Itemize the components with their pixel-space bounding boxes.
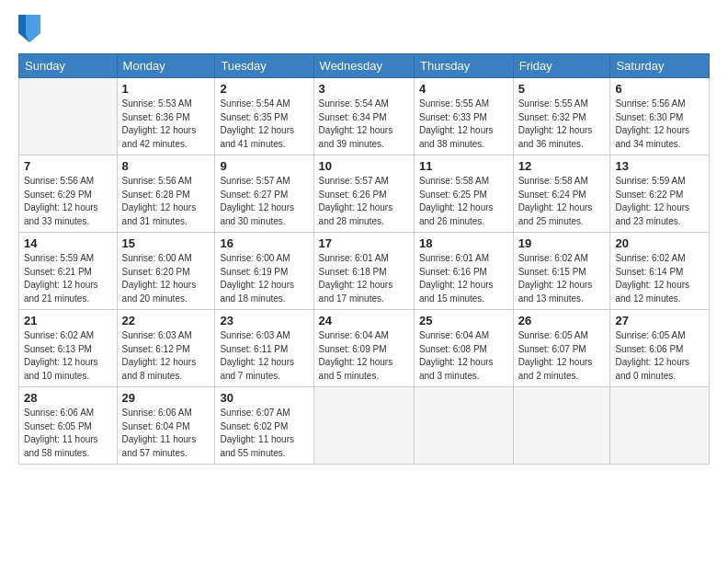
calendar-cell: 29Sunrise: 6:06 AMSunset: 6:04 PMDayligh… [117,387,215,465]
day-number: 16 [220,236,308,250]
day-detail: Sunrise: 6:02 AMSunset: 6:14 PMDaylight:… [615,252,704,305]
calendar-cell: 12Sunrise: 5:58 AMSunset: 6:24 PMDayligh… [513,155,610,233]
calendar-cell: 26Sunrise: 6:05 AMSunset: 6:07 PMDayligh… [513,310,610,387]
day-detail: Sunrise: 6:02 AMSunset: 6:13 PMDaylight:… [24,329,112,383]
day-number: 22 [122,314,210,327]
day-detail: Sunrise: 6:05 AMSunset: 6:06 PMDaylight:… [615,329,704,383]
day-number: 23 [220,314,308,327]
calendar-cell: 30Sunrise: 6:07 AMSunset: 6:02 PMDayligh… [215,387,313,465]
day-detail: Sunrise: 6:04 AMSunset: 6:08 PMDaylight:… [419,329,508,383]
col-header-saturday: Saturday [610,54,710,78]
calendar-cell: 23Sunrise: 6:03 AMSunset: 6:11 PMDayligh… [215,310,313,387]
header [18,15,710,42]
logo-icon [18,15,40,42]
day-number: 12 [518,159,606,173]
week-row-2: 7Sunrise: 5:56 AMSunset: 6:29 PMDaylight… [19,155,710,233]
day-number: 25 [419,314,508,327]
day-number: 11 [419,159,508,173]
calendar-cell: 1Sunrise: 5:53 AMSunset: 6:36 PMDaylight… [117,78,215,155]
col-header-tuesday: Tuesday [215,54,313,78]
day-detail: Sunrise: 6:00 AMSunset: 6:20 PMDaylight:… [122,252,210,305]
day-detail: Sunrise: 6:02 AMSunset: 6:15 PMDaylight:… [518,252,606,305]
day-detail: Sunrise: 5:56 AMSunset: 6:30 PMDaylight:… [615,98,704,151]
day-detail: Sunrise: 5:56 AMSunset: 6:28 PMDaylight:… [122,175,210,228]
calendar-cell: 8Sunrise: 5:56 AMSunset: 6:28 PMDaylight… [117,155,215,233]
day-detail: Sunrise: 6:03 AMSunset: 6:11 PMDaylight:… [220,329,308,383]
calendar-cell [414,387,513,465]
day-number: 24 [319,314,409,327]
day-detail: Sunrise: 5:56 AMSunset: 6:29 PMDaylight:… [24,175,112,228]
calendar-cell [610,387,710,465]
day-number: 2 [220,82,308,96]
calendar-cell: 17Sunrise: 6:01 AMSunset: 6:18 PMDayligh… [313,233,414,310]
day-number: 17 [319,236,409,250]
day-number: 26 [518,314,606,327]
calendar-cell: 7Sunrise: 5:56 AMSunset: 6:29 PMDaylight… [19,155,118,233]
day-number: 6 [615,82,704,96]
day-number: 27 [615,314,704,327]
day-detail: Sunrise: 6:07 AMSunset: 6:02 PMDaylight:… [220,407,308,460]
col-header-wednesday: Wednesday [313,54,414,78]
page: SundayMondayTuesdayWednesdayThursdayFrid… [0,0,728,563]
calendar-cell [313,387,414,465]
calendar-cell: 21Sunrise: 6:02 AMSunset: 6:13 PMDayligh… [19,310,118,387]
day-number: 15 [122,236,210,250]
day-number: 10 [319,159,409,173]
day-number: 13 [615,159,704,173]
logo [18,15,42,42]
day-detail: Sunrise: 6:03 AMSunset: 6:12 PMDaylight:… [122,329,210,383]
day-detail: Sunrise: 5:57 AMSunset: 6:26 PMDaylight:… [319,175,409,228]
svg-marker-1 [26,15,40,42]
day-detail: Sunrise: 6:06 AMSunset: 6:04 PMDaylight:… [122,407,210,460]
calendar-cell: 24Sunrise: 6:04 AMSunset: 6:09 PMDayligh… [313,310,414,387]
day-detail: Sunrise: 6:01 AMSunset: 6:16 PMDaylight:… [419,252,508,305]
calendar-table: SundayMondayTuesdayWednesdayThursdayFrid… [18,53,710,465]
calendar-cell: 9Sunrise: 5:57 AMSunset: 6:27 PMDaylight… [215,155,313,233]
day-number: 19 [518,236,606,250]
day-number: 9 [220,159,308,173]
calendar-cell [19,78,118,155]
col-header-monday: Monday [117,54,215,78]
day-detail: Sunrise: 6:04 AMSunset: 6:09 PMDaylight:… [319,329,409,383]
day-number: 1 [122,82,210,96]
calendar-cell: 5Sunrise: 5:55 AMSunset: 6:32 PMDaylight… [513,78,610,155]
day-number: 3 [319,82,409,96]
calendar-cell: 25Sunrise: 6:04 AMSunset: 6:08 PMDayligh… [414,310,513,387]
day-detail: Sunrise: 5:55 AMSunset: 6:33 PMDaylight:… [419,98,508,151]
day-detail: Sunrise: 6:05 AMSunset: 6:07 PMDaylight:… [518,329,606,383]
col-header-thursday: Thursday [414,54,513,78]
calendar-cell: 3Sunrise: 5:54 AMSunset: 6:34 PMDaylight… [313,78,414,155]
calendar-cell: 19Sunrise: 6:02 AMSunset: 6:15 PMDayligh… [513,233,610,310]
calendar-cell [513,387,610,465]
calendar-cell: 2Sunrise: 5:54 AMSunset: 6:35 PMDaylight… [215,78,313,155]
day-detail: Sunrise: 5:54 AMSunset: 6:35 PMDaylight:… [220,98,308,151]
calendar-cell: 6Sunrise: 5:56 AMSunset: 6:30 PMDaylight… [610,78,710,155]
day-number: 20 [615,236,704,250]
calendar-cell: 4Sunrise: 5:55 AMSunset: 6:33 PMDaylight… [414,78,513,155]
week-row-4: 21Sunrise: 6:02 AMSunset: 6:13 PMDayligh… [19,310,710,387]
day-number: 30 [220,391,308,405]
day-detail: Sunrise: 5:58 AMSunset: 6:24 PMDaylight:… [518,175,606,228]
day-detail: Sunrise: 5:58 AMSunset: 6:25 PMDaylight:… [419,175,508,228]
day-detail: Sunrise: 5:57 AMSunset: 6:27 PMDaylight:… [220,175,308,228]
calendar-cell: 11Sunrise: 5:58 AMSunset: 6:25 PMDayligh… [414,155,513,233]
day-detail: Sunrise: 5:53 AMSunset: 6:36 PMDaylight:… [122,98,210,151]
week-row-1: 1Sunrise: 5:53 AMSunset: 6:36 PMDaylight… [19,78,710,155]
calendar-cell: 27Sunrise: 6:05 AMSunset: 6:06 PMDayligh… [610,310,710,387]
day-number: 29 [122,391,210,405]
day-detail: Sunrise: 6:00 AMSunset: 6:19 PMDaylight:… [220,252,308,305]
col-header-sunday: Sunday [19,54,118,78]
day-number: 21 [24,314,112,327]
week-row-5: 28Sunrise: 6:06 AMSunset: 6:05 PMDayligh… [19,387,710,465]
header-row: SundayMondayTuesdayWednesdayThursdayFrid… [19,54,710,78]
day-detail: Sunrise: 5:55 AMSunset: 6:32 PMDaylight:… [518,98,606,151]
calendar-cell: 20Sunrise: 6:02 AMSunset: 6:14 PMDayligh… [610,233,710,310]
day-number: 14 [24,236,112,250]
day-number: 8 [122,159,210,173]
day-number: 4 [419,82,508,96]
day-number: 5 [518,82,606,96]
calendar-cell: 13Sunrise: 5:59 AMSunset: 6:22 PMDayligh… [610,155,710,233]
col-header-friday: Friday [513,54,610,78]
calendar-cell: 28Sunrise: 6:06 AMSunset: 6:05 PMDayligh… [19,387,118,465]
day-detail: Sunrise: 6:06 AMSunset: 6:05 PMDaylight:… [24,407,112,460]
